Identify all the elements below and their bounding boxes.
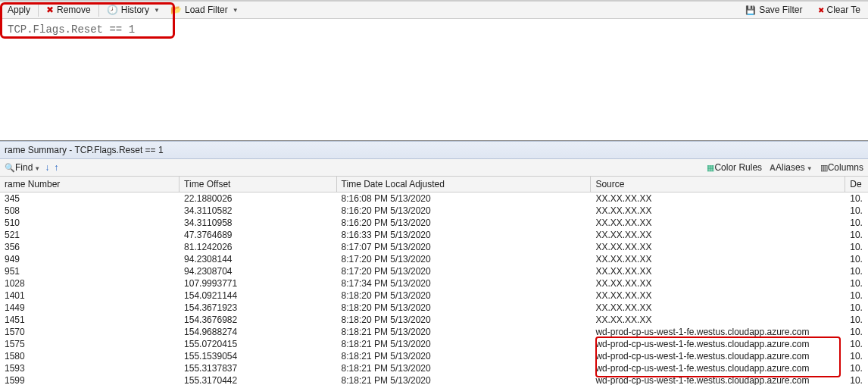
cell-time-date: 8:18:21 PM 5/13/2020 — [337, 327, 592, 337]
table-row[interactable]: 35681.12420268:17:07 PM 5/13/2020XX.XX.X… — [0, 241, 868, 253]
cell-source: wd-prod-cp-us-west-1-fe.westus.cloudapp.… — [591, 375, 845, 385]
panel-title-label: rame Summary - TCP.Flags.Reset == 1 — [5, 145, 164, 155]
find-next-down-button[interactable]: ↓ — [45, 162, 49, 173]
cell-destination: 10. — [845, 363, 868, 374]
table-row[interactable]: 1575155.07204158:18:21 PM 5/13/2020wd-pr… — [0, 338, 868, 350]
cell-time-date: 8:18:21 PM 5/13/2020 — [337, 351, 592, 362]
cell-time-offset: 155.3170442 — [180, 375, 336, 385]
table-row[interactable]: 1593155.31378378:18:21 PM 5/13/2020wd-pr… — [0, 362, 868, 374]
cell-time-offset: 94.2308704 — [180, 266, 336, 277]
cell-destination: 10. — [845, 375, 868, 385]
cell-frame-number: 951 — [0, 266, 180, 277]
cell-frame-number: 1580 — [0, 351, 180, 362]
filter-expression-input[interactable] — [3, 20, 315, 39]
cell-source: XX.XX.XX.XX — [591, 193, 845, 204]
cell-time-date: 8:16:33 PM 5/13/2020 — [337, 230, 592, 240]
find-icon — [5, 162, 15, 173]
table-row[interactable]: 1401154.09211448:18:20 PM 5/13/2020XX.XX… — [0, 290, 868, 302]
cell-time-offset: 34.3110958 — [180, 218, 336, 228]
cell-time-date: 8:17:20 PM 5/13/2020 — [337, 266, 592, 277]
col-header-source[interactable]: Source — [591, 177, 845, 192]
cell-frame-number: 1449 — [0, 302, 180, 313]
cell-destination: 10. — [845, 351, 868, 362]
history-label: History — [121, 5, 149, 15]
save-filter-button[interactable]: Save Filter — [741, 2, 807, 17]
cell-source: XX.XX.XX.XX — [591, 218, 845, 228]
table-row[interactable]: 1451154.36769828:18:20 PM 5/13/2020XX.XX… — [0, 314, 868, 326]
table-row[interactable]: 1028107.99937718:17:34 PM 5/13/2020XX.XX… — [0, 277, 868, 290]
chevron-down-icon: ▼ — [154, 7, 160, 14]
load-filter-icon: 📂 — [170, 5, 182, 15]
remove-icon: ✖ — [46, 5, 54, 15]
table-row[interactable]: 94994.23081448:17:20 PM 5/13/2020XX.XX.X… — [0, 253, 868, 265]
cell-frame-number: 1599 — [0, 375, 180, 385]
cell-time-date: 8:16:20 PM 5/13/2020 — [337, 218, 592, 228]
cell-source: XX.XX.XX.XX — [591, 315, 845, 325]
cell-frame-number: 1401 — [0, 290, 180, 301]
load-filter-label: Load Filter — [185, 5, 228, 15]
cell-time-date: 8:18:21 PM 5/13/2020 — [337, 339, 592, 349]
cell-frame-number: 1575 — [0, 339, 180, 349]
filter-toolbar: Apply ✖Remove 🕗History▼ 📂Load Filter▼ Sa… — [0, 1, 868, 19]
cell-time-date: 8:18:20 PM 5/13/2020 — [337, 302, 592, 313]
apply-button[interactable]: Apply — [3, 2, 35, 17]
cell-time-offset: 155.3137837 — [180, 363, 336, 374]
col-header-time-offset[interactable]: Time Offset — [180, 177, 336, 192]
cell-time-offset: 154.0921144 — [180, 290, 336, 301]
color-rules-button[interactable]: Color Rules — [707, 162, 762, 173]
cell-time-date: 8:16:20 PM 5/13/2020 — [337, 205, 592, 216]
find-label: Find — [15, 162, 33, 173]
aliases-button[interactable]: Aliases▼ — [770, 162, 813, 173]
history-button[interactable]: 🕗History▼ — [102, 2, 164, 17]
col-header-destination[interactable]: De — [845, 177, 868, 192]
clear-text-button[interactable]: Clear Te — [813, 2, 865, 17]
color-rules-label: Color Rules — [714, 162, 762, 173]
columns-icon — [820, 162, 828, 173]
load-filter-button[interactable]: 📂Load Filter▼ — [166, 2, 243, 17]
cell-source: XX.XX.XX.XX — [591, 278, 845, 289]
remove-button[interactable]: ✖Remove — [42, 2, 95, 17]
cell-destination: 10. — [845, 254, 868, 264]
table-row[interactable]: 95194.23087048:17:20 PM 5/13/2020XX.XX.X… — [0, 265, 868, 277]
col-header-frame-number[interactable]: rame Number — [0, 177, 180, 192]
table-row[interactable]: 1570154.96882748:18:21 PM 5/13/2020wd-pr… — [0, 326, 868, 338]
cell-time-offset: 81.1242026 — [180, 242, 336, 252]
columns-button[interactable]: Columns — [820, 162, 863, 173]
cell-source: XX.XX.XX.XX — [591, 254, 845, 264]
cell-time-offset: 154.3671923 — [180, 302, 336, 313]
cell-frame-number: 1593 — [0, 363, 180, 374]
cell-source: wd-prod-cp-us-west-1-fe.westus.cloudapp.… — [591, 339, 845, 349]
cell-destination: 10. — [845, 327, 868, 337]
cell-time-offset: 154.9688274 — [180, 327, 336, 337]
table-row[interactable]: 1580155.15390548:18:21 PM 5/13/2020wd-pr… — [0, 350, 868, 362]
filter-expression-area — [0, 19, 868, 141]
cell-frame-number: 508 — [0, 205, 180, 216]
aliases-icon — [770, 162, 776, 173]
cell-source: XX.XX.XX.XX — [591, 205, 845, 216]
find-next-up-button[interactable]: ↑ — [54, 162, 58, 173]
table-row[interactable]: 52147.37646898:16:33 PM 5/13/2020XX.XX.X… — [0, 229, 868, 241]
cell-destination: 10. — [845, 302, 868, 313]
cell-time-date: 8:16:08 PM 5/13/2020 — [337, 193, 592, 204]
chevron-down-icon: ▼ — [807, 165, 813, 172]
table-row[interactable]: 51034.31109588:16:20 PM 5/13/2020XX.XX.X… — [0, 217, 868, 229]
table-row[interactable]: 50834.31105828:16:20 PM 5/13/2020XX.XX.X… — [0, 205, 868, 217]
table-row[interactable]: 34522.18800268:16:08 PM 5/13/2020XX.XX.X… — [0, 192, 868, 205]
col-header-time-date[interactable]: Time Date Local Adjusted — [337, 177, 592, 192]
cell-source: wd-prod-cp-us-west-1-fe.westus.cloudapp.… — [591, 351, 845, 362]
cell-destination: 10. — [845, 290, 868, 301]
cell-time-offset: 107.9993771 — [180, 278, 336, 289]
cell-frame-number: 510 — [0, 218, 180, 228]
color-rules-icon — [707, 162, 714, 173]
frame-summary-toolbar: Find▼ ↓ ↑ Color Rules Aliases▼ Columns — [0, 159, 868, 177]
cell-destination: 10. — [845, 278, 868, 289]
cell-destination: 10. — [845, 230, 868, 240]
cell-frame-number: 345 — [0, 193, 180, 204]
aliases-label: Aliases — [776, 162, 805, 173]
find-button[interactable]: Find▼ — [5, 162, 40, 173]
frame-summary-table: rame Number Time Offset Time Date Local … — [0, 177, 868, 385]
table-row[interactable]: 1449154.36719238:18:20 PM 5/13/2020XX.XX… — [0, 302, 868, 314]
table-row[interactable]: 1599155.31704428:18:21 PM 5/13/2020wd-pr… — [0, 374, 868, 385]
cell-time-date: 8:18:20 PM 5/13/2020 — [337, 315, 592, 325]
save-icon — [745, 5, 756, 15]
